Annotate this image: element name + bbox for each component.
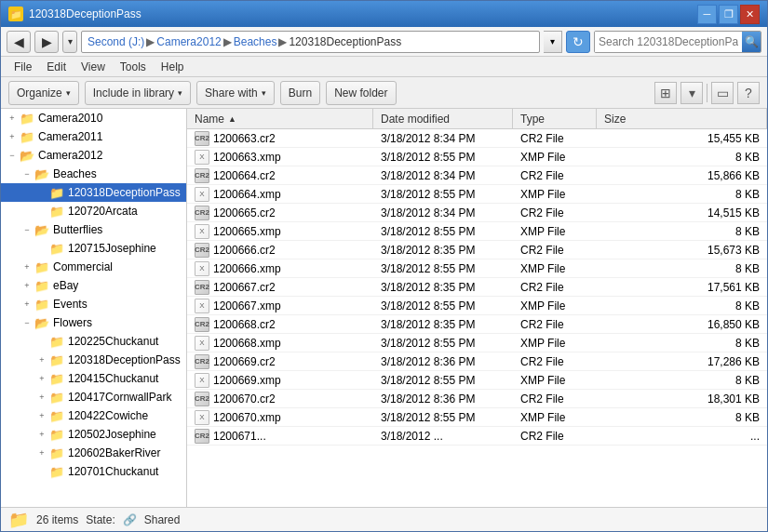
expander-butterflies[interactable]: −	[20, 222, 34, 237]
include-library-button[interactable]: Include in library ▾	[85, 81, 191, 105]
explorer-window: 📁 120318DeceptionPass ─ ❐ ✕ ◀ ▶ ▾ Second…	[0, 0, 768, 532]
table-row[interactable]: CR2 1200667.cr2 3/18/2012 8:35 PM CR2 Fi…	[187, 278, 767, 297]
tree-item-butterflies[interactable]: − 📂 Butterflies	[1, 220, 186, 239]
tree-item-120225chuckanut[interactable]: 📁 120225Chuckanut	[1, 332, 186, 351]
organize-button[interactable]: Organize ▾	[8, 81, 79, 105]
table-row[interactable]: X 1200666.xmp 3/18/2012 8:55 PM XMP File…	[187, 259, 767, 278]
expander-120318deceptionpass[interactable]	[34, 185, 49, 200]
refresh-button[interactable]: ↻	[566, 31, 590, 53]
address-path[interactable]: Second (J:) ▶ Camera2012 ▶ Beaches ▶ 120…	[81, 31, 540, 53]
file-name-cell: X 1200669.xmp	[187, 373, 373, 388]
expander-beaches[interactable]: −	[20, 166, 34, 181]
table-row[interactable]: CR2 1200664.cr2 3/18/2012 8:34 PM CR2 Fi…	[187, 166, 767, 185]
table-row[interactable]: X 1200668.xmp 3/18/2012 8:55 PM XMP File…	[187, 334, 767, 352]
forward-button[interactable]: ▶	[34, 31, 59, 53]
expander-120422cowiche[interactable]: +	[34, 408, 49, 423]
file-list-area: Name ▲ Date modified Type Size CR2 12	[187, 109, 767, 507]
preview-pane-button[interactable]: ▭	[711, 82, 734, 104]
col-header-name[interactable]: Name ▲	[187, 109, 373, 128]
close-button[interactable]: ✕	[740, 5, 760, 24]
tree-label-beaches: Beaches	[49, 167, 186, 180]
table-row[interactable]: X 1200665.xmp 3/18/2012 8:55 PM XMP File…	[187, 222, 767, 241]
table-row[interactable]: CR2 1200671... 3/18/2012 ... CR2 File ..…	[187, 427, 767, 446]
file-size-cell: 8 KB	[597, 225, 767, 238]
table-row[interactable]: CR2 1200666.cr2 3/18/2012 8:35 PM CR2 Fi…	[187, 241, 767, 259]
expander-120417cornwallpark[interactable]: +	[34, 390, 49, 405]
tree-item-120415chuckanut[interactable]: + 📁 120415Chuckanut	[1, 369, 186, 388]
col-header-size[interactable]: Size	[597, 109, 767, 128]
table-row[interactable]: X 1200667.xmp 3/18/2012 8:55 PM XMP File…	[187, 297, 767, 315]
file-type-cell: XMP File	[513, 299, 597, 313]
table-row[interactable]: X 1200670.xmp 3/18/2012 8:55 PM XMP File…	[187, 408, 767, 427]
expander-120502josephine[interactable]: +	[34, 427, 49, 442]
search-button[interactable]: 🔍	[742, 31, 761, 53]
menu-file[interactable]: File	[8, 60, 37, 74]
address-dropdown-button[interactable]: ▾	[544, 31, 562, 53]
file-size-cell: ...	[597, 430, 767, 443]
expander-camera2010[interactable]: +	[5, 111, 20, 126]
recent-pages-button[interactable]: ▾	[62, 31, 77, 53]
back-button[interactable]: ◀	[7, 31, 31, 53]
expander-commercial[interactable]: +	[20, 259, 34, 274]
share-with-button[interactable]: Share with ▾	[196, 81, 275, 105]
table-row[interactable]: CR2 1200670.cr2 3/18/2012 8:36 PM CR2 Fi…	[187, 390, 767, 408]
search-input[interactable]	[595, 32, 742, 52]
table-row[interactable]: CR2 1200663.cr2 3/18/2012 8:34 PM CR2 Fi…	[187, 129, 767, 148]
tree-item-120502josephine[interactable]: + 📁 120502Josephine	[1, 425, 186, 444]
table-row[interactable]: CR2 1200669.cr2 3/18/2012 8:36 PM CR2 Fi…	[187, 352, 767, 371]
table-row[interactable]: X 1200664.xmp 3/18/2012 8:55 PM XMP File…	[187, 185, 767, 204]
file-name: 1200665.xmp	[213, 225, 281, 238]
view-toggle-button[interactable]: ⊞	[654, 82, 677, 104]
help-button[interactable]: ?	[737, 82, 760, 104]
tree-item-120318deceptionpass[interactable]: 📁 120318DeceptionPass	[1, 183, 186, 202]
table-row[interactable]: X 1200663.xmp 3/18/2012 8:55 PM XMP File…	[187, 148, 767, 166]
folder-icon-120715josephine: 📁	[49, 241, 64, 256]
tree-item-120422cowiche[interactable]: + 📁 120422Cowiche	[1, 406, 186, 425]
expander-camera2011[interactable]: +	[5, 129, 20, 144]
file-size-cell: 17,286 KB	[597, 355, 767, 368]
expander-120602bakerriver[interactable]: +	[34, 446, 49, 460]
sort-arrow-name: ▲	[228, 114, 236, 124]
tree-item-camera2011[interactable]: + 📁 Camera2011	[1, 127, 186, 146]
tree-item-events[interactable]: + 📁 Events	[1, 295, 186, 313]
expander-flowers[interactable]: −	[20, 315, 34, 330]
expander-120415chuckanut[interactable]: +	[34, 371, 49, 386]
tree-item-120720arcata[interactable]: 📁 120720Arcata	[1, 202, 186, 220]
tree-item-beaches[interactable]: − 📂 Beaches	[1, 165, 186, 183]
expander-120318dp-flowers[interactable]: +	[34, 352, 49, 367]
menu-edit[interactable]: Edit	[41, 60, 72, 74]
expander-120225chuckanut[interactable]	[34, 334, 49, 349]
tree-item-120318deceptionpass-flowers[interactable]: + 📁 120318DeceptionPass	[1, 351, 186, 369]
tree-item-120602bakerriver[interactable]: + 📁 120602BakerRiver	[1, 444, 186, 462]
tree-item-camera2012[interactable]: − 📂 Camera2012	[1, 146, 186, 165]
tree-item-120701chuckanut[interactable]: 📁 120701Chuckanut	[1, 462, 186, 481]
status-shared-icon: 🔗	[123, 513, 137, 526]
restore-button[interactable]: ❐	[719, 5, 738, 24]
burn-button[interactable]: Burn	[280, 81, 320, 105]
menu-tools[interactable]: Tools	[115, 60, 152, 74]
expander-events[interactable]: +	[20, 297, 34, 312]
tree-item-flowers[interactable]: − 📂 Flowers	[1, 313, 186, 332]
new-folder-button[interactable]: New folder	[326, 81, 396, 105]
expander-camera2012[interactable]: −	[5, 148, 20, 163]
tree-item-ebay[interactable]: + 📁 eBay	[1, 276, 186, 295]
expander-ebay[interactable]: +	[20, 278, 34, 293]
tree-label-camera2010: Camera2010	[34, 112, 186, 125]
tree-item-camera2010[interactable]: + 📁 Camera2010	[1, 109, 186, 127]
col-header-date[interactable]: Date modified	[373, 109, 513, 128]
menu-view[interactable]: View	[75, 60, 111, 74]
expander-120715josephine[interactable]	[34, 241, 49, 256]
expander-120720arcata[interactable]	[34, 204, 49, 219]
table-row[interactable]: CR2 1200668.cr2 3/18/2012 8:35 PM CR2 Fi…	[187, 315, 767, 334]
table-row[interactable]: CR2 1200665.cr2 3/18/2012 8:34 PM CR2 Fi…	[187, 204, 767, 222]
tree-item-120715josephine[interactable]: 📁 120715Josephine	[1, 239, 186, 258]
tree-item-commercial[interactable]: + 📁 Commercial	[1, 258, 186, 276]
tree-item-120417cornwallpark[interactable]: + 📁 120417CornwallPark	[1, 388, 186, 406]
tree-label-camera2011: Camera2011	[34, 130, 186, 143]
menu-help[interactable]: Help	[155, 60, 190, 74]
col-header-type[interactable]: Type	[513, 109, 597, 128]
view-dropdown-button[interactable]: ▾	[680, 82, 703, 104]
minimize-button[interactable]: ─	[697, 5, 717, 24]
expander-120701chuckanut[interactable]	[34, 464, 49, 479]
table-row[interactable]: X 1200669.xmp 3/18/2012 8:55 PM XMP File…	[187, 371, 767, 390]
